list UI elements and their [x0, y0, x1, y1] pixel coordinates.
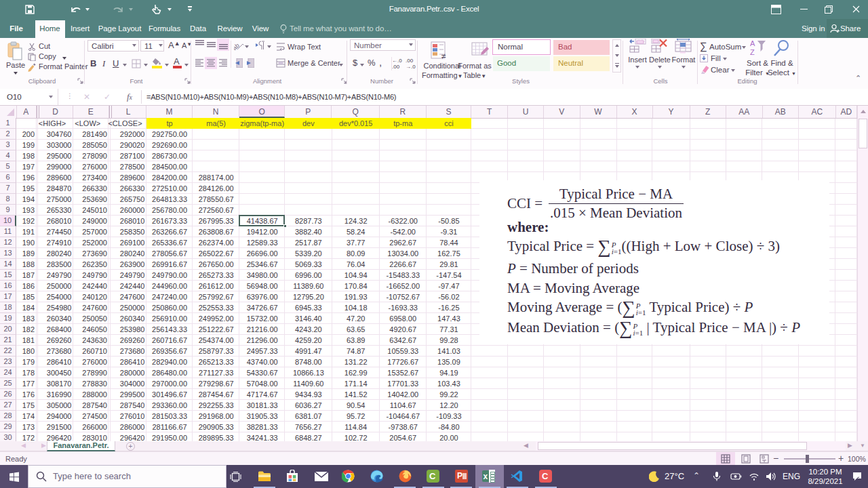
- svg-text:≠: ≠: [441, 52, 446, 61]
- svg-text:Z: Z: [750, 48, 755, 56]
- svg-text:A: A: [750, 39, 755, 47]
- svg-text:ab: ab: [234, 42, 241, 51]
